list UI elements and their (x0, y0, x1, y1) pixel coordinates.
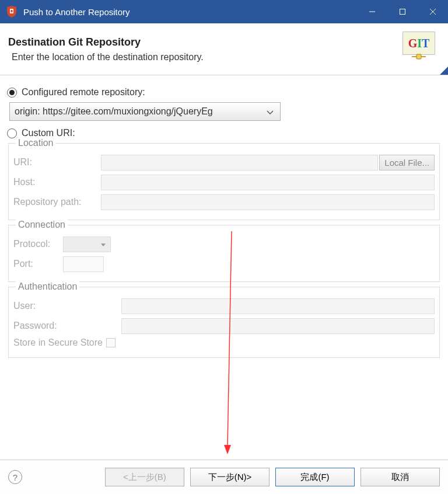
svg-rect-1 (11, 10, 13, 12)
user-label: User: (13, 301, 121, 311)
repository-path-input (101, 194, 435, 210)
uri-input (101, 155, 378, 171)
location-group: Location URI: Local File... Host: Reposi… (8, 143, 440, 220)
cancel-button[interactable]: 取消 (360, 468, 440, 486)
connection-legend: Connection (16, 220, 68, 230)
dialog-header: Destination Git Repository Enter the loc… (0, 23, 448, 75)
uri-label: URI: (13, 157, 101, 168)
remote-repository-value: origin: https://gitee.com/muxiongxiong/j… (15, 106, 265, 117)
store-secure-label: Store in Secure Store (13, 338, 103, 348)
authentication-group: Authentication User: Password: Store in … (8, 287, 440, 358)
window-titlebar: Push to Another Repository (0, 0, 448, 23)
connection-group: Connection Protocol: Port: (8, 225, 440, 282)
port-input (63, 256, 104, 272)
svg-rect-3 (400, 9, 405, 15)
svg-marker-10 (224, 445, 231, 454)
local-file-button: Local File... (379, 155, 435, 171)
custom-uri-radio[interactable] (7, 128, 17, 138)
store-secure-checkbox (106, 338, 116, 347)
location-legend: Location (16, 138, 56, 148)
header-subtitle: Enter the location of the destination re… (8, 52, 402, 62)
dialog-footer: ? <上一步(B) 下一步(N)> 完成(F) 取消 (0, 460, 448, 494)
chevron-down-icon (265, 107, 275, 117)
port-label: Port: (13, 259, 63, 269)
maximize-button[interactable] (387, 0, 418, 23)
back-button: <上一步(B) (105, 468, 184, 486)
app-icon (6, 5, 18, 18)
remote-repository-combo[interactable]: origin: https://gitee.com/muxiongxiong/j… (9, 102, 281, 121)
configured-remote-label[interactable]: Configured remote repository: (22, 87, 145, 98)
authentication-legend: Authentication (16, 281, 79, 292)
password-input (121, 318, 435, 334)
window-title: Push to Another Repository (23, 7, 357, 17)
configured-remote-radio[interactable] (7, 88, 17, 98)
minimize-button[interactable] (357, 0, 387, 23)
protocol-select (63, 236, 111, 252)
close-button[interactable] (418, 0, 448, 23)
finish-button[interactable]: 完成(F) (275, 468, 355, 486)
svg-rect-6 (416, 54, 421, 59)
help-button[interactable]: ? (8, 470, 22, 484)
dialog-content: Configured remote repository: origin: ht… (0, 75, 448, 358)
header-title: Destination Git Repository (8, 36, 402, 48)
custom-uri-label[interactable]: Custom URI: (22, 128, 75, 138)
host-label: Host: (13, 177, 101, 187)
window-controls (357, 0, 448, 23)
next-button[interactable]: 下一步(N)> (190, 468, 270, 486)
host-input (101, 175, 435, 190)
protocol-label: Protocol: (13, 239, 63, 249)
resize-corner-icon (440, 67, 448, 75)
git-icon: GIT (402, 32, 438, 67)
user-input (121, 298, 435, 314)
password-label: Password: (13, 321, 121, 331)
repository-path-label: Repository path: (13, 197, 101, 207)
